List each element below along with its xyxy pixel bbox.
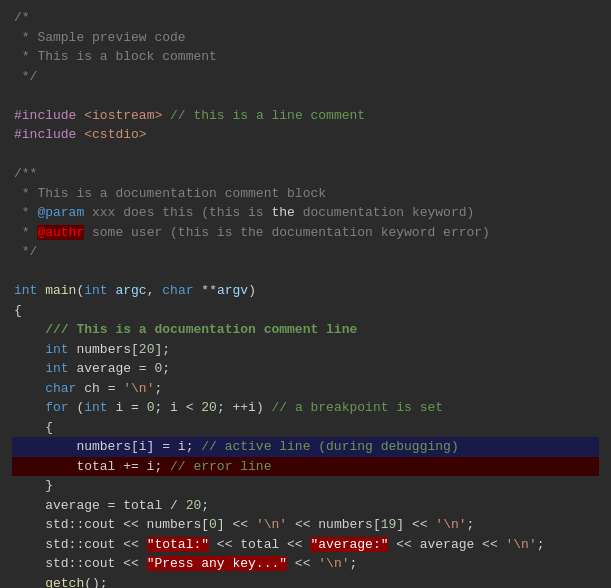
line-23-active: numbers[i] = i; // active line (during d…	[12, 437, 599, 457]
line-10: * This is a documentation comment block	[12, 184, 599, 204]
line-2: * Sample preview code	[12, 28, 599, 48]
line-25: }	[12, 476, 599, 496]
line-15: int main(int argc, char **argv)	[12, 281, 599, 301]
line-7: #include <cstdio>	[12, 125, 599, 145]
code-editor: /* * Sample preview code * This is a blo…	[0, 0, 611, 588]
line-3: * This is a block comment	[12, 47, 599, 67]
line-8	[12, 145, 599, 165]
line-11: * @param xxx does this (this is the docu…	[12, 203, 599, 223]
line-16: {	[12, 301, 599, 321]
line-30: getch();	[12, 574, 599, 589]
line-13: */	[12, 242, 599, 262]
line-12: * @authr some user (this is the document…	[12, 223, 599, 243]
line-14	[12, 262, 599, 282]
line-22: {	[12, 418, 599, 438]
line-18: int numbers[20];	[12, 340, 599, 360]
line-4: */	[12, 67, 599, 87]
line-19: int average = 0;	[12, 359, 599, 379]
line-9: /**	[12, 164, 599, 184]
line-1: /*	[12, 8, 599, 28]
line-6: #include <iostream> // this is a line co…	[12, 106, 599, 126]
line-27: std::cout << numbers[0] << '\n' << numbe…	[12, 515, 599, 535]
line-28: std::cout << "total:" << total << "avera…	[12, 535, 599, 555]
line-24-error: total += i; // error line	[12, 457, 599, 477]
line-29: std::cout << "Press any key..." << '\n';	[12, 554, 599, 574]
line-21: for (int i = 0; i < 20; ++i) // a breakp…	[12, 398, 599, 418]
line-5	[12, 86, 599, 106]
line-20: char ch = '\n';	[12, 379, 599, 399]
line-26: average = total / 20;	[12, 496, 599, 516]
line-17: /// This is a documentation comment line	[12, 320, 599, 340]
